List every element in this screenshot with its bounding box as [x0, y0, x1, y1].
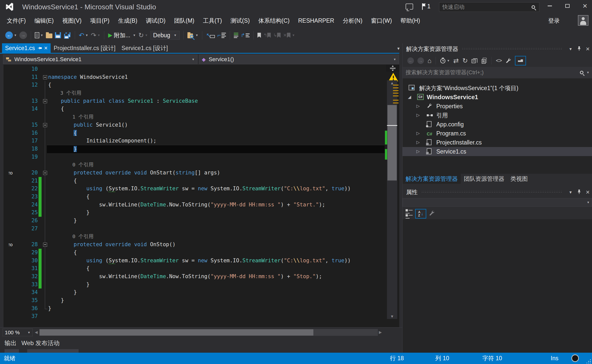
code-line[interactable]: 15 public Service1(): [0, 121, 385, 129]
line-number[interactable]: 18: [0, 145, 38, 153]
save-button[interactable]: [55, 32, 61, 38]
solution-search-input[interactable]: [403, 69, 580, 76]
code-text[interactable]: {: [47, 129, 385, 137]
line-number[interactable]: 33: [0, 281, 38, 289]
line-number[interactable]: 11: [0, 73, 38, 81]
code-text[interactable]: {: [47, 105, 385, 113]
view-code-button[interactable]: <>: [496, 57, 502, 64]
se-home-button[interactable]: ⌂: [427, 57, 432, 65]
code-line[interactable]: 37: [0, 312, 385, 320]
solution-configuration-dropdown[interactable]: Debug▼: [150, 31, 180, 40]
user-avatar[interactable]: [578, 15, 588, 26]
line-number[interactable]: 26: [0, 217, 38, 225]
code-text[interactable]: public Service1(): [47, 121, 385, 129]
line-number[interactable]: 21: [0, 177, 38, 185]
code-text[interactable]: public partial class Service1 : ServiceB…: [47, 97, 385, 105]
window-position-dropdown-icon[interactable]: ▼: [566, 190, 575, 194]
tree-item[interactable]: ▷Service1.cs: [403, 147, 592, 156]
code-text[interactable]: using (System.IO.StreamWriter sw = new S…: [47, 185, 385, 193]
se-forward-button[interactable]: →: [417, 57, 424, 64]
code-line[interactable]: 23 {: [0, 193, 385, 201]
menu-item[interactable]: 团队(M): [170, 14, 199, 27]
menu-item[interactable]: 体系结构(C): [254, 14, 294, 27]
code-line[interactable]: 18 }: [0, 145, 385, 153]
pin-icon[interactable]: [575, 46, 583, 52]
line-number[interactable]: 36: [0, 305, 38, 313]
editor-splitter-handle[interactable]: [386, 65, 399, 72]
tree-item[interactable]: App.config: [403, 120, 592, 129]
code-text[interactable]: InitializeComponent();: [47, 137, 385, 145]
override-gutter-icon[interactable]: ↑o: [8, 169, 12, 177]
close-button[interactable]: ×: [578, 0, 591, 12]
code-text[interactable]: }: [47, 145, 385, 154]
code-line[interactable]: 24 sw.WriteLine(DateTime.Now.ToString("y…: [0, 201, 385, 209]
code-line[interactable]: 12{: [0, 81, 385, 89]
line-number[interactable]: 30: [0, 257, 38, 265]
fold-collapse-box[interactable]: [43, 171, 47, 175]
code-text[interactable]: protected override void OnStart(string[]…: [47, 169, 385, 177]
fold-collapse-box[interactable]: [43, 243, 47, 247]
code-line[interactable]: 13 public partial class Service1 : Servi…: [0, 97, 385, 105]
code-text[interactable]: }: [47, 281, 385, 289]
navigate-to-button[interactable]: ↖: [206, 32, 215, 39]
code-text[interactable]: }: [47, 305, 385, 313]
line-number[interactable]: 28: [0, 241, 38, 249]
status-character[interactable]: 字符 10: [482, 353, 502, 364]
fold-collapse-box[interactable]: [43, 123, 47, 127]
resharper-status-indicator[interactable]: [571, 354, 579, 362]
sync-with-active-document-button[interactable]: ⇄: [453, 57, 459, 65]
code-line[interactable]: 3 个引用: [0, 89, 385, 97]
line-number[interactable]: 32: [0, 273, 38, 281]
refresh-button[interactable]: ↻: [462, 57, 468, 65]
redo-button[interactable]: ↷▼: [91, 32, 100, 39]
close-panel-icon[interactable]: ×: [583, 45, 592, 53]
code-line[interactable]: 32 sw.WriteLine(DateTime.Now.ToString("y…: [0, 273, 385, 281]
line-number[interactable]: 14: [0, 105, 38, 113]
sign-in-link[interactable]: 登录: [548, 14, 560, 27]
menu-item[interactable]: 编辑(E): [30, 14, 58, 27]
code-line[interactable]: 29 {: [0, 249, 385, 257]
menu-item[interactable]: 帮助(H): [396, 14, 424, 27]
expand-arrow-icon[interactable]: ▷: [416, 147, 420, 156]
code-line[interactable]: 17 InitializeComponent();: [0, 137, 385, 145]
web-publish-panel-tab[interactable]: Web 发布活动: [21, 339, 60, 347]
code-line[interactable]: 26 }: [0, 217, 385, 225]
expand-arrow-icon[interactable]: ▷: [416, 129, 420, 138]
code-line[interactable]: 34 }: [0, 288, 385, 297]
document-tab[interactable]: ProjectInstaller.cs [设计]: [51, 43, 118, 53]
clear-bookmarks-button[interactable]: ✕▼: [283, 32, 295, 38]
codelens-references[interactable]: 0 个引用: [47, 161, 385, 169]
notifications-flag[interactable]: 1: [421, 3, 431, 10]
se-back-button[interactable]: ←: [407, 57, 414, 64]
window-position-dropdown-icon[interactable]: ▼: [566, 47, 575, 51]
code-text[interactable]: }: [47, 288, 385, 297]
undo-button[interactable]: ↶▼: [79, 32, 88, 39]
tool-window-tab[interactable]: 类视图: [507, 174, 531, 184]
hidden-documents-dropdown-icon[interactable]: ▼: [397, 46, 400, 51]
line-number[interactable]: 25: [0, 209, 38, 217]
menu-item[interactable]: 文件(F): [3, 14, 30, 27]
tree-item[interactable]: ▷Properties: [403, 102, 592, 111]
horizontal-scrollbar-thumb[interactable]: [40, 329, 313, 336]
comment-button[interactable]: ⌐: [217, 32, 226, 39]
restart-button[interactable]: ↻▼: [138, 32, 148, 39]
code-line[interactable]: 0 个引用: [0, 233, 385, 241]
code-line[interactable]: 16 {: [0, 129, 385, 137]
decrease-indent-button[interactable]: [234, 33, 238, 38]
code-text[interactable]: {: [47, 249, 385, 257]
code-line[interactable]: 33 }: [0, 281, 385, 289]
line-number[interactable]: 13: [0, 97, 38, 105]
toggle-bookmark-button[interactable]: [257, 33, 261, 38]
collapse-all-button[interactable]: [471, 57, 478, 64]
code-text[interactable]: namespace WindowsService1: [47, 73, 385, 81]
override-gutter-icon[interactable]: ↑o: [8, 241, 12, 249]
code-line[interactable]: 31 {: [0, 265, 385, 273]
next-bookmark-button[interactable]: ↳: [273, 32, 281, 38]
code-line[interactable]: 19: [0, 153, 385, 161]
line-number[interactable]: 23: [0, 193, 38, 201]
file-health-warning-icon[interactable]: [388, 73, 398, 81]
code-line[interactable]: 14 {: [0, 105, 385, 113]
menu-item[interactable]: 测试(S): [226, 14, 254, 27]
tree-item[interactable]: ◢C#WindowsService1: [403, 93, 592, 102]
expand-arrow-icon[interactable]: ▷: [416, 102, 420, 111]
